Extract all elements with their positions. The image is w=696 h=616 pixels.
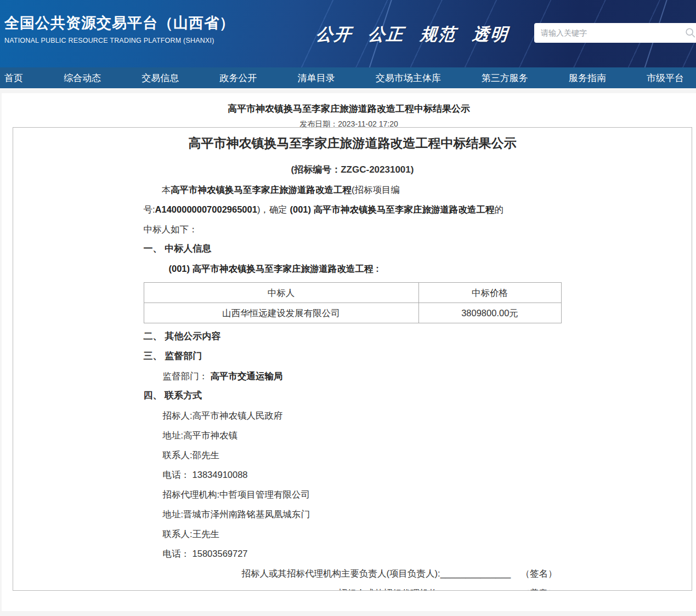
nav-item-catalog[interactable]: 清单目录	[298, 72, 335, 84]
site-header: 全国公共资源交易平台（山西省） NATIONAL PUBLIC RESOURCE…	[0, 0, 696, 67]
contact-agency-phone: 电话： 15803569727	[144, 544, 562, 563]
slogan-word-fair: 公正	[367, 23, 405, 46]
contact-tenderee-person: 联系人:邵先生	[144, 445, 562, 465]
page-title: 高平市神农镇换马至李家庄旅游道路改造工程中标结果公示	[2, 93, 696, 115]
contact-tenderee-address: 地址:高平市神农镇	[144, 425, 562, 445]
col-header-price: 中标价格	[418, 283, 561, 303]
contact-tenderee-phone: 电话： 13834910088	[144, 465, 562, 484]
slogan-word-transparent: 透明	[471, 23, 510, 46]
lot-subheading: (001) 高平市神农镇换马至李家庄旅游道路改造工程 :	[144, 259, 562, 278]
contact-agency-person: 联系人:王先生	[144, 524, 562, 544]
search-box	[534, 23, 696, 43]
content-area: 高平市神农镇换马至李家庄旅游道路改造工程中标结果公示 发布日期：2023-11-…	[2, 93, 696, 611]
site-subtitle: NATIONAL PUBLIC RESOURCE TRADING PLATFOR…	[4, 37, 235, 44]
document-title: 高平市神农镇换马至李家庄旅游道路改造工程中标结果公示	[13, 135, 692, 152]
site-logo[interactable]: 全国公共资源交易平台（山西省） NATIONAL PUBLIC RESOURCE…	[4, 13, 235, 44]
intro-text: 中标人如下：	[144, 224, 198, 234]
lot-colon: :	[374, 264, 379, 273]
contact-agency-address: 地址:晋城市泽州南路铭基凤凰城东门	[144, 504, 562, 524]
nav-item-trade-info[interactable]: 交易信息	[142, 72, 179, 84]
page: 全国公共资源交易平台（山西省） NATIONAL PUBLIC RESOURCE…	[0, 0, 696, 616]
table-row: 山西华恒远建设发展有限公司 3809800.00元	[144, 303, 561, 323]
signature-line-agency: 招标人或其招标代理机构:______________ （盖章）	[144, 583, 562, 591]
intro-text: )，确定	[257, 204, 290, 214]
supervisor-value: 高平市交通运输局	[211, 371, 283, 381]
award-table: 中标人 中标价格 山西华恒远建设发展有限公司 3809800.00元	[144, 282, 562, 323]
intro-text: 的	[495, 204, 504, 214]
intro-text: 号:	[144, 204, 155, 214]
search-input[interactable]	[541, 28, 680, 37]
footer-strip	[0, 611, 696, 616]
col-header-winner: 中标人	[144, 283, 418, 303]
winner-price-cell: 3809800.00元	[418, 303, 561, 323]
main-nav: 首页 综合动态 交易信息 政务公开 清单目录 交易市场主体库 第三方服务 服务指…	[0, 67, 696, 88]
supervisor-label: 监督部门：	[163, 371, 211, 381]
contact-agency: 招标代理机构:中哲项目管理有限公司	[144, 484, 562, 504]
nav-item-home[interactable]: 首页	[4, 72, 23, 84]
document-body: 本高平市神农镇换马至李家庄旅游道路改造工程(招标项目编号:A1400000007…	[144, 180, 562, 591]
intro-text: (招标项目编	[352, 185, 400, 195]
slogan: 公开 公正 规范 透明	[315, 23, 510, 46]
section-heading-winner-info: 一、 中标人信息	[144, 239, 562, 259]
contact-tenderee: 招标人:高平市神农镇人民政府	[144, 406, 562, 425]
tender-number-line: (招标编号：ZZGC-20231001)	[13, 163, 692, 176]
intro-paragraph: 本高平市神农镇换马至李家庄旅游道路改造工程(招标项目编号:A1400000007…	[144, 180, 562, 239]
intro-lot-name: (001) 高平市神农镇换马至李家庄旅游道路改造工程	[290, 204, 494, 214]
nav-item-gov-affairs[interactable]: 政务公开	[219, 72, 257, 84]
nav-divider-band	[0, 88, 696, 93]
nav-item-market-entities[interactable]: 交易市场主体库	[376, 72, 441, 84]
nav-item-service-guide[interactable]: 服务指南	[569, 72, 606, 84]
signature-line-principal: 招标人或其招标代理机构主要负责人(项目负责人):______________ （…	[144, 563, 562, 583]
supervisor-line: 监督部门： 高平市交通运输局	[144, 366, 562, 386]
nav-item-news[interactable]: 综合动态	[64, 72, 101, 84]
slogan-word-open: 公开	[315, 23, 353, 46]
winner-name-cell: 山西华恒远建设发展有限公司	[144, 303, 418, 323]
site-title: 全国公共资源交易平台（山西省）	[4, 13, 235, 33]
nav-item-city-platform[interactable]: 市级平台	[647, 72, 684, 84]
lot-name: (001) 高平市神农镇换马至李家庄旅游道路改造工程	[169, 264, 374, 273]
search-icon[interactable]	[684, 27, 696, 39]
intro-project-name: 高平市神农镇换马至李家庄旅游道路改造工程	[171, 185, 352, 195]
section-heading-supervisor: 三、 监督部门	[144, 346, 562, 366]
intro-project-code: A1400000007002965001	[155, 204, 257, 214]
section-heading-contact: 四、 联系方式	[144, 386, 562, 406]
table-header-row: 中标人 中标价格	[144, 283, 561, 303]
slogan-word-standard: 规范	[419, 23, 457, 46]
section-heading-other: 二、 其他公示内容	[144, 327, 562, 346]
nav-item-third-party[interactable]: 第三方服务	[482, 72, 528, 84]
document-box: 高平市神农镇换马至李家庄旅游道路改造工程中标结果公示 (招标编号：ZZGC-20…	[13, 127, 692, 591]
intro-text: 本	[162, 185, 171, 195]
